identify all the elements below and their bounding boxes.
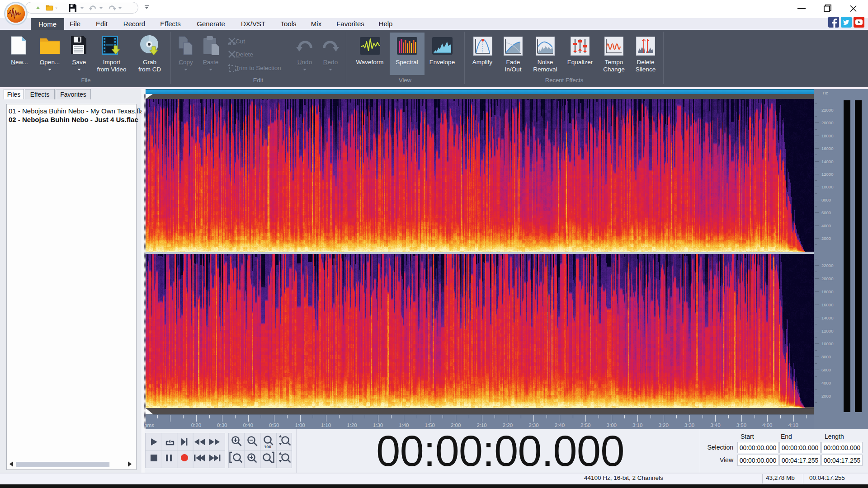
svg-text:100: 100 bbox=[264, 444, 271, 449]
